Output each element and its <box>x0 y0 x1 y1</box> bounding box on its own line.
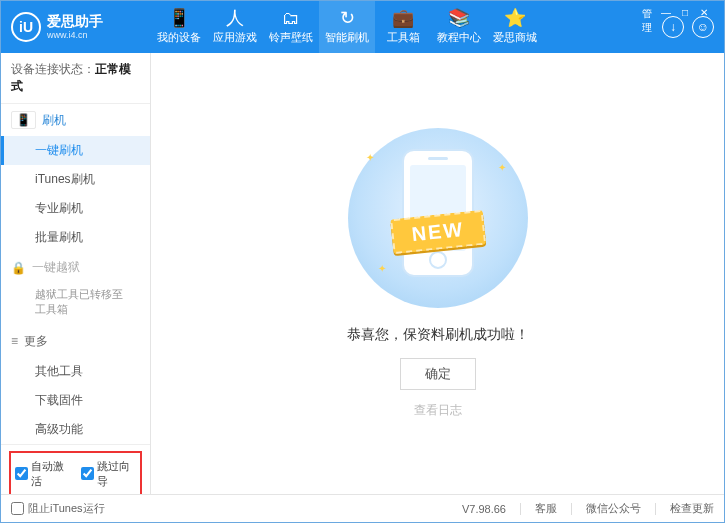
sidebar-item-oneclick[interactable]: 一键刷机 <box>1 136 150 165</box>
section-jailbreak: 🔒 一键越狱 <box>1 252 150 283</box>
logo: iU 爱思助手 www.i4.cn <box>11 12 151 42</box>
sidebar-item-other[interactable]: 其他工具 <box>1 357 150 386</box>
options-highlight: 自动激活 跳过向导 <box>9 451 142 494</box>
app-title: 爱思助手 <box>47 13 103 30</box>
jailbreak-note: 越狱工具已转移至 工具箱 <box>1 283 150 326</box>
view-log-link[interactable]: 查看日志 <box>414 402 462 419</box>
section-more-title: 更多 <box>24 333 48 350</box>
success-message: 恭喜您，保资料刷机成功啦！ <box>347 326 529 344</box>
sidebar: 设备连接状态：正常模式 📱 刷机 一键刷机 iTunes刷机 专业刷机 批量刷机… <box>1 53 151 494</box>
win-close[interactable]: ✕ <box>696 7 712 35</box>
section-flash-title: 刷机 <box>42 112 66 129</box>
nav-label: 铃声壁纸 <box>269 30 313 45</box>
nav-label: 智能刷机 <box>325 30 369 45</box>
check-skip-guide[interactable]: 跳过向导 <box>81 459 137 489</box>
connection-status: 设备连接状态：正常模式 <box>1 53 150 104</box>
titlebar: iU 爱思助手 www.i4.cn 📱 我的设备 人 应用游戏 🗂 铃声壁纸 ↻… <box>1 1 724 53</box>
nav-label: 应用游戏 <box>213 30 257 45</box>
more-items: 其他工具 下载固件 高级功能 <box>1 357 150 444</box>
phone-icon: 📱 <box>11 111 36 129</box>
nav-tutorials[interactable]: 📚 教程中心 <box>431 1 487 53</box>
sidebar-item-download-fw[interactable]: 下载固件 <box>1 386 150 415</box>
device-icon: 📱 <box>170 9 188 27</box>
flash-items: 一键刷机 iTunes刷机 专业刷机 批量刷机 <box>1 136 150 252</box>
win-minimize[interactable]: — <box>658 7 674 35</box>
tutorial-icon: 📚 <box>450 9 468 27</box>
status-label: 设备连接状态： <box>11 62 95 76</box>
body: 设备连接状态：正常模式 📱 刷机 一键刷机 iTunes刷机 专业刷机 批量刷机… <box>1 53 724 494</box>
check-skip-guide-label: 跳过向导 <box>97 459 137 489</box>
main-area: ✦ ✦ ✦ NEW 恭喜您，保资料刷机成功啦！ 确定 查看日志 <box>151 53 724 494</box>
wechat-link[interactable]: 微信公众号 <box>586 501 641 516</box>
section-flash[interactable]: 📱 刷机 <box>1 104 150 136</box>
nav-flash[interactable]: ↻ 智能刷机 <box>319 1 375 53</box>
sidebar-bottom: 自动激活 跳过向导 📱 iPhone 12 mini 64GB Down-12m… <box>1 444 150 494</box>
sidebar-item-pro[interactable]: 专业刷机 <box>1 194 150 223</box>
nav-label: 我的设备 <box>157 30 201 45</box>
jailbreak-note-l2: 工具箱 <box>35 302 140 317</box>
nav-apps[interactable]: 人 应用游戏 <box>207 1 263 53</box>
footer: 阻止iTunes运行 V7.98.66 客服 微信公众号 检查更新 <box>1 494 724 522</box>
check-update-link[interactable]: 检查更新 <box>670 501 714 516</box>
store-icon: ⭐ <box>506 9 524 27</box>
app-site: www.i4.cn <box>47 30 103 41</box>
check-auto-activate-label: 自动激活 <box>31 459 71 489</box>
version: V7.98.66 <box>462 503 506 515</box>
nav-toolbox[interactable]: 💼 工具箱 <box>375 1 431 53</box>
lock-icon: 🔒 <box>11 261 26 275</box>
win-manage[interactable]: 管理 <box>639 7 655 35</box>
nav-label: 工具箱 <box>387 30 420 45</box>
check-auto-activate-box[interactable] <box>15 467 28 480</box>
nav-my-device[interactable]: 📱 我的设备 <box>151 1 207 53</box>
flash-icon: ↻ <box>338 9 356 27</box>
menu-icon: ≡ <box>11 334 18 348</box>
block-itunes-checkbox[interactable] <box>11 502 24 515</box>
nav-ringtones[interactable]: 🗂 铃声壁纸 <box>263 1 319 53</box>
nav: 📱 我的设备 人 应用游戏 🗂 铃声壁纸 ↻ 智能刷机 💼 工具箱 📚 教程 <box>151 1 662 53</box>
sidebar-item-batch[interactable]: 批量刷机 <box>1 223 150 252</box>
success-illustration: ✦ ✦ ✦ NEW <box>348 128 528 308</box>
toolbox-icon: 💼 <box>394 9 412 27</box>
check-auto-activate[interactable]: 自动激活 <box>15 459 71 489</box>
sidebar-item-advanced[interactable]: 高级功能 <box>1 415 150 444</box>
sidebar-item-itunes[interactable]: iTunes刷机 <box>1 165 150 194</box>
jailbreak-note-l1: 越狱工具已转移至 <box>35 287 140 302</box>
logo-icon: iU <box>11 12 41 42</box>
check-skip-guide-box[interactable] <box>81 467 94 480</box>
nav-label: 教程中心 <box>437 30 481 45</box>
confirm-button[interactable]: 确定 <box>400 358 476 390</box>
ringtone-icon: 🗂 <box>282 9 300 27</box>
nav-store[interactable]: ⭐ 爱思商城 <box>487 1 543 53</box>
apps-icon: 人 <box>226 9 244 27</box>
app-window: 管理 — □ ✕ iU 爱思助手 www.i4.cn 📱 我的设备 人 应用游戏… <box>0 0 725 523</box>
section-more[interactable]: ≡ 更多 <box>1 326 150 357</box>
nav-label: 爱思商城 <box>493 30 537 45</box>
win-maximize[interactable]: □ <box>677 7 693 35</box>
section-jailbreak-title: 一键越狱 <box>32 259 80 276</box>
block-itunes-label: 阻止iTunes运行 <box>28 501 105 516</box>
service-link[interactable]: 客服 <box>535 501 557 516</box>
